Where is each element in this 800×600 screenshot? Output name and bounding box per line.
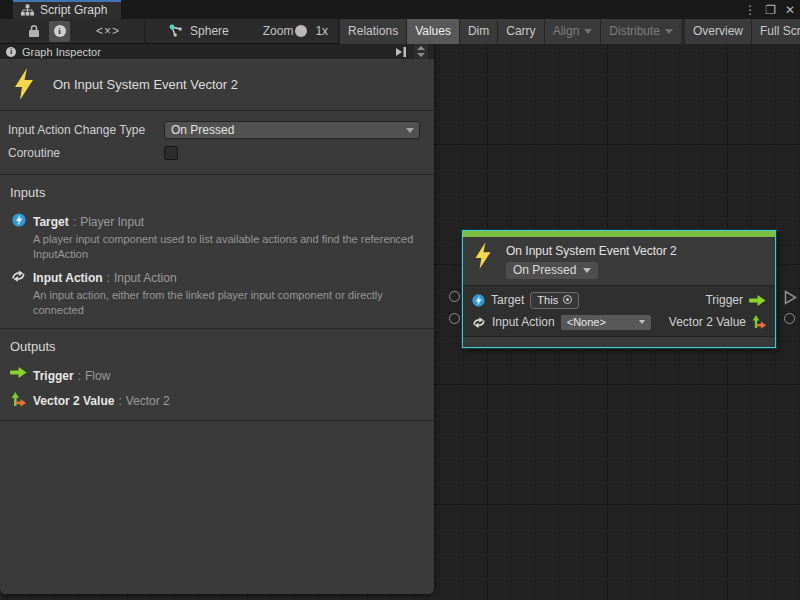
relations-button[interactable]: Relations xyxy=(339,19,406,44)
vector2-icon xyxy=(752,315,766,329)
port-trigger-output[interactable] xyxy=(784,290,797,305)
player-input-icon xyxy=(12,213,26,227)
node-port-rows: Target This Trigger xyxy=(463,285,775,337)
field-label: Input Action Change Type xyxy=(8,123,164,137)
lightning-bolt-icon xyxy=(473,242,493,269)
port-doc-trigger: Trigger:Flow xyxy=(10,366,424,384)
unit-title: On Input System Event Vector 2 xyxy=(53,77,238,92)
port-label-trigger: Trigger xyxy=(705,293,743,307)
zoom-label: Zoom xyxy=(263,24,294,38)
full-screen-button[interactable]: Full Screen xyxy=(751,19,800,44)
port-doc-vector2-value: Vector 2 Value:Vector 2 xyxy=(10,391,424,409)
tab-label: Script Graph xyxy=(40,3,107,17)
info-icon: i xyxy=(6,47,16,57)
input-action-value-dropdown[interactable]: <None> xyxy=(561,315,651,330)
zoom-value: 1x xyxy=(315,24,328,38)
port-description: An input action, either from the linked … xyxy=(33,288,424,317)
port-target-input[interactable] xyxy=(449,291,460,302)
values-button[interactable]: Values xyxy=(406,19,459,44)
port-vector2-output[interactable] xyxy=(784,313,795,324)
graph-inspector-title: Graph Inspector xyxy=(22,46,101,58)
object-picker-icon[interactable] xyxy=(563,295,572,304)
unit-options-section: Input Action Change Type On Pressed Coro… xyxy=(0,110,434,174)
vector2-icon xyxy=(11,392,26,407)
outputs-section: Outputs Trigger:Flow xyxy=(0,328,434,420)
inspector-toggle-button[interactable]: i xyxy=(49,21,70,42)
flow-arrow-icon xyxy=(10,367,27,378)
chevron-down-icon xyxy=(583,268,591,273)
node-on-input-system-event-vector2[interactable]: On Input System Event Vector 2 On Presse… xyxy=(462,230,776,348)
info-icon: i xyxy=(54,25,66,37)
node-row-inputaction-vector2: Input Action <None> Vector 2 Value xyxy=(463,311,775,333)
port-doc-target: Target:Player Input A player input compo… xyxy=(10,212,424,261)
overview-button[interactable]: Overview xyxy=(684,19,751,44)
player-input-icon xyxy=(472,294,485,307)
window-menu-icon[interactable]: ⋮ xyxy=(744,4,756,16)
port-input-action-input[interactable] xyxy=(449,313,460,324)
graph-owner-label: Sphere xyxy=(190,24,229,38)
field-label: Coroutine xyxy=(8,146,164,160)
tab-script-graph[interactable]: Script Graph xyxy=(13,0,121,19)
carry-button[interactable]: Carry xyxy=(497,19,543,44)
toolbar-divider xyxy=(144,19,145,44)
node-mode-dropdown[interactable]: On Pressed xyxy=(506,262,598,279)
port-label-input-action: Input Action xyxy=(492,315,555,329)
coroutine-checkbox[interactable] xyxy=(164,146,178,160)
lightning-bolt-icon xyxy=(12,68,36,100)
code-preview-icon[interactable]: <×> xyxy=(96,24,120,38)
node-footer xyxy=(463,337,775,347)
inputs-section: Inputs Target:Player Input A player inpu… xyxy=(0,174,434,328)
graph-inspector-panel: i Graph Inspector On Input System Event … xyxy=(0,44,434,594)
spin-up-icon[interactable] xyxy=(417,46,425,50)
graph-icon xyxy=(21,4,34,16)
chevron-down-icon xyxy=(639,320,645,324)
panel-empty-area xyxy=(0,420,434,594)
unit-title-section: On Input System Event Vector 2 xyxy=(0,59,434,110)
chevron-down-icon xyxy=(584,29,592,34)
outputs-heading: Outputs xyxy=(10,339,424,354)
port-doc-input-action: Input Action:Input Action An input actio… xyxy=(10,268,424,317)
zoom-slider-handle[interactable] xyxy=(295,25,307,37)
distribute-dropdown-button[interactable]: Distribute xyxy=(600,19,681,44)
node-row-target-trigger: Target This Trigger xyxy=(463,289,775,311)
port-label-vector2-value: Vector 2 Value xyxy=(669,315,746,329)
inputs-heading: Inputs xyxy=(10,185,424,200)
graph-owner[interactable]: Sphere xyxy=(169,24,229,38)
target-value-chip[interactable]: This xyxy=(530,292,579,309)
align-dropdown-button[interactable]: Align xyxy=(544,19,601,44)
chevron-down-icon xyxy=(665,29,673,34)
lock-icon[interactable] xyxy=(28,24,40,38)
node-header: On Input System Event Vector 2 On Presse… xyxy=(463,237,775,285)
port-label-target: Target xyxy=(491,293,524,307)
spin-down-icon[interactable] xyxy=(417,53,425,57)
port-description: A player input component used to list av… xyxy=(33,232,424,261)
input-action-change-type-dropdown[interactable]: On Pressed xyxy=(164,121,420,139)
flow-arrow-icon xyxy=(749,295,766,306)
close-icon[interactable]: ✕ xyxy=(785,4,795,16)
chevron-down-icon xyxy=(406,128,414,133)
graph-toolbar: i <×> Sphere Zoom 1x Relations Values Di… xyxy=(0,19,800,44)
title-bar: Script Graph ⋮ ❐ ✕ xyxy=(0,0,800,19)
maximize-icon[interactable]: ❐ xyxy=(765,4,776,16)
graph-inspector-header: i Graph Inspector xyxy=(0,44,434,59)
dim-button[interactable]: Dim xyxy=(459,19,497,44)
dock-panel-icon[interactable] xyxy=(396,46,407,58)
input-action-icon xyxy=(11,269,26,283)
input-action-icon xyxy=(472,316,486,329)
node-title: On Input System Event Vector 2 xyxy=(506,244,677,258)
sphere-graph-icon xyxy=(169,24,183,38)
panel-spinner[interactable] xyxy=(414,44,428,59)
